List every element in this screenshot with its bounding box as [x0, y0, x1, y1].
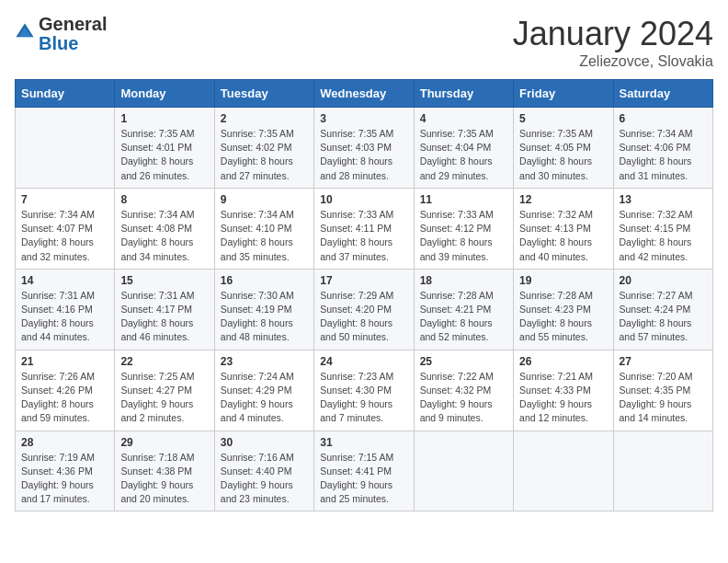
day-info: Sunrise: 7:32 AM Sunset: 4:13 PM Dayligh…: [519, 208, 607, 264]
day-number: 8: [120, 193, 208, 206]
day-info: Sunrise: 7:26 AM Sunset: 4:26 PM Dayligh…: [21, 370, 108, 426]
calendar-cell: 1Sunrise: 7:35 AM Sunset: 4:01 PM Daylig…: [115, 108, 214, 189]
day-info: Sunrise: 7:33 AM Sunset: 4:12 PM Dayligh…: [420, 208, 507, 264]
day-info: Sunrise: 7:35 AM Sunset: 4:03 PM Dayligh…: [320, 127, 407, 183]
header-cell-monday: Monday: [115, 80, 214, 108]
day-number: 18: [420, 274, 507, 287]
calendar-cell: 5Sunrise: 7:35 AM Sunset: 4:05 PM Daylig…: [514, 108, 613, 189]
day-info: Sunrise: 7:35 AM Sunset: 4:01 PM Dayligh…: [120, 127, 208, 183]
day-info: Sunrise: 7:15 AM Sunset: 4:41 PM Dayligh…: [320, 451, 407, 507]
day-info: Sunrise: 7:22 AM Sunset: 4:32 PM Dayligh…: [420, 370, 507, 426]
calendar-cell: 19Sunrise: 7:28 AM Sunset: 4:23 PM Dayli…: [514, 269, 613, 350]
header-cell-thursday: Thursday: [414, 80, 513, 108]
day-number: 15: [120, 274, 208, 287]
day-info: Sunrise: 7:34 AM Sunset: 4:10 PM Dayligh…: [221, 208, 308, 264]
day-number: 29: [120, 436, 208, 449]
day-number: 10: [320, 193, 407, 206]
calendar-cell: 31Sunrise: 7:15 AM Sunset: 4:41 PM Dayli…: [314, 431, 414, 511]
logo-blue: Blue: [39, 33, 78, 53]
calendar-cell: 14Sunrise: 7:31 AM Sunset: 4:16 PM Dayli…: [16, 269, 115, 350]
calendar-header: SundayMondayTuesdayWednesdayThursdayFrid…: [16, 80, 713, 108]
header-cell-saturday: Saturday: [613, 80, 712, 108]
day-number: 12: [519, 193, 607, 206]
day-info: Sunrise: 7:27 AM Sunset: 4:24 PM Dayligh…: [620, 289, 707, 345]
day-number: 22: [120, 355, 208, 368]
day-info: Sunrise: 7:34 AM Sunset: 4:08 PM Dayligh…: [120, 208, 208, 264]
calendar-cell: 25Sunrise: 7:22 AM Sunset: 4:32 PM Dayli…: [414, 350, 513, 431]
day-number: 17: [320, 274, 407, 287]
calendar-cell: 13Sunrise: 7:32 AM Sunset: 4:15 PM Dayli…: [613, 188, 712, 269]
calendar-cell: 9Sunrise: 7:34 AM Sunset: 4:10 PM Daylig…: [214, 188, 313, 269]
header-cell-friday: Friday: [514, 80, 613, 108]
day-number: 20: [620, 274, 707, 287]
day-number: 11: [420, 193, 507, 206]
calendar-cell: [414, 431, 513, 511]
day-info: Sunrise: 7:21 AM Sunset: 4:33 PM Dayligh…: [519, 370, 607, 426]
calendar-cell: 6Sunrise: 7:34 AM Sunset: 4:06 PM Daylig…: [613, 108, 712, 189]
day-number: 25: [420, 355, 507, 368]
day-number: 24: [320, 355, 407, 368]
calendar-cell: 21Sunrise: 7:26 AM Sunset: 4:26 PM Dayli…: [16, 350, 115, 431]
calendar-cell: 4Sunrise: 7:35 AM Sunset: 4:04 PM Daylig…: [414, 108, 513, 189]
title-block: January 2024 Zeliezovce, Slovakia: [513, 15, 713, 70]
header-row: SundayMondayTuesdayWednesdayThursdayFrid…: [16, 80, 713, 108]
calendar-cell: [613, 431, 712, 511]
calendar-cell: 12Sunrise: 7:32 AM Sunset: 4:13 PM Dayli…: [514, 188, 613, 269]
day-info: Sunrise: 7:16 AM Sunset: 4:40 PM Dayligh…: [221, 451, 308, 507]
logo: General Blue: [15, 15, 107, 53]
day-number: 23: [221, 355, 308, 368]
day-info: Sunrise: 7:20 AM Sunset: 4:35 PM Dayligh…: [620, 370, 707, 426]
calendar-cell: 20Sunrise: 7:27 AM Sunset: 4:24 PM Dayli…: [613, 269, 712, 350]
calendar-cell: 10Sunrise: 7:33 AM Sunset: 4:11 PM Dayli…: [314, 188, 414, 269]
header-cell-sunday: Sunday: [16, 80, 115, 108]
calendar-cell: 15Sunrise: 7:31 AM Sunset: 4:17 PM Dayli…: [115, 269, 214, 350]
day-info: Sunrise: 7:24 AM Sunset: 4:29 PM Dayligh…: [221, 370, 308, 426]
calendar-cell: 24Sunrise: 7:23 AM Sunset: 4:30 PM Dayli…: [314, 350, 414, 431]
week-row-4: 21Sunrise: 7:26 AM Sunset: 4:26 PM Dayli…: [16, 350, 713, 431]
calendar-cell: 3Sunrise: 7:35 AM Sunset: 4:03 PM Daylig…: [314, 108, 414, 189]
day-number: 16: [221, 274, 308, 287]
day-number: 4: [420, 112, 507, 125]
day-info: Sunrise: 7:35 AM Sunset: 4:05 PM Dayligh…: [519, 127, 607, 183]
day-number: 3: [320, 112, 407, 125]
month-title: January 2024: [513, 15, 713, 53]
day-info: Sunrise: 7:31 AM Sunset: 4:17 PM Dayligh…: [120, 289, 208, 345]
day-info: Sunrise: 7:34 AM Sunset: 4:06 PM Dayligh…: [620, 127, 707, 183]
calendar-cell: 28Sunrise: 7:19 AM Sunset: 4:36 PM Dayli…: [16, 431, 115, 511]
calendar-cell: 17Sunrise: 7:29 AM Sunset: 4:20 PM Dayli…: [314, 269, 414, 350]
day-number: 26: [519, 355, 607, 368]
week-row-5: 28Sunrise: 7:19 AM Sunset: 4:36 PM Dayli…: [16, 431, 713, 511]
calendar-cell: 2Sunrise: 7:35 AM Sunset: 4:02 PM Daylig…: [214, 108, 313, 189]
calendar-cell: [514, 431, 613, 511]
week-row-1: 1Sunrise: 7:35 AM Sunset: 4:01 PM Daylig…: [16, 108, 713, 189]
day-info: Sunrise: 7:23 AM Sunset: 4:30 PM Dayligh…: [320, 370, 407, 426]
calendar-cell: 18Sunrise: 7:28 AM Sunset: 4:21 PM Dayli…: [414, 269, 513, 350]
day-number: 1: [120, 112, 208, 125]
day-info: Sunrise: 7:30 AM Sunset: 4:19 PM Dayligh…: [221, 289, 308, 345]
day-number: 28: [21, 436, 108, 449]
day-info: Sunrise: 7:19 AM Sunset: 4:36 PM Dayligh…: [21, 451, 108, 507]
day-info: Sunrise: 7:34 AM Sunset: 4:07 PM Dayligh…: [21, 208, 108, 264]
day-info: Sunrise: 7:32 AM Sunset: 4:15 PM Dayligh…: [620, 208, 707, 264]
page-header: General Blue January 2024 Zeliezovce, Sl…: [15, 15, 713, 70]
day-info: Sunrise: 7:31 AM Sunset: 4:16 PM Dayligh…: [21, 289, 108, 345]
week-row-2: 7Sunrise: 7:34 AM Sunset: 4:07 PM Daylig…: [16, 188, 713, 269]
day-info: Sunrise: 7:18 AM Sunset: 4:38 PM Dayligh…: [120, 451, 208, 507]
calendar-cell: 7Sunrise: 7:34 AM Sunset: 4:07 PM Daylig…: [16, 188, 115, 269]
calendar-cell: 29Sunrise: 7:18 AM Sunset: 4:38 PM Dayli…: [115, 431, 214, 511]
day-number: 19: [519, 274, 607, 287]
header-cell-wednesday: Wednesday: [314, 80, 414, 108]
day-info: Sunrise: 7:35 AM Sunset: 4:04 PM Dayligh…: [420, 127, 507, 183]
logo-icon: [15, 22, 35, 42]
logo-general: General: [39, 14, 107, 34]
day-number: 5: [519, 112, 607, 125]
day-number: 14: [21, 274, 108, 287]
location: Zeliezovce, Slovakia: [513, 53, 713, 70]
day-number: 31: [320, 436, 407, 449]
calendar-cell: 26Sunrise: 7:21 AM Sunset: 4:33 PM Dayli…: [514, 350, 613, 431]
calendar-body: 1Sunrise: 7:35 AM Sunset: 4:01 PM Daylig…: [16, 108, 713, 511]
calendar-cell: 27Sunrise: 7:20 AM Sunset: 4:35 PM Dayli…: [613, 350, 712, 431]
day-info: Sunrise: 7:28 AM Sunset: 4:21 PM Dayligh…: [420, 289, 507, 345]
day-number: 13: [620, 193, 707, 206]
week-row-3: 14Sunrise: 7:31 AM Sunset: 4:16 PM Dayli…: [16, 269, 713, 350]
